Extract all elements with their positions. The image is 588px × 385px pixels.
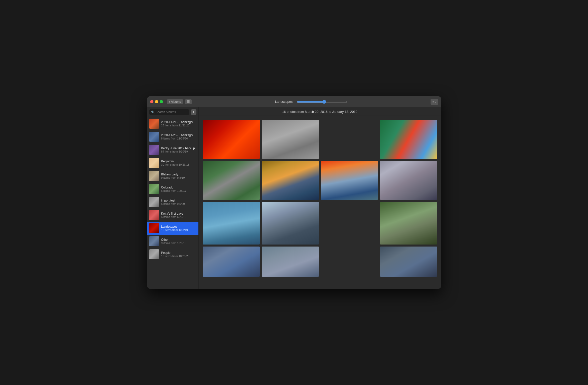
search-bar: 🔍 + bbox=[147, 107, 198, 117]
album-title: Landscapes bbox=[275, 100, 292, 104]
album-name: People bbox=[161, 251, 190, 255]
album-meta: 5 items from 6/20/19 bbox=[161, 215, 186, 218]
photo-thumbnail bbox=[380, 120, 437, 159]
photo-thumbnail bbox=[203, 247, 260, 277]
album-thumbnail bbox=[149, 249, 159, 259]
back-button[interactable]: ‹ Albums bbox=[167, 99, 183, 104]
sidebar-item-benjamin[interactable]: Benjamin 30 items from 10/26/18 bbox=[147, 156, 198, 169]
photo-thumbnail bbox=[262, 202, 319, 245]
sidebar-item-import[interactable]: import test 5 items from 9/5/20 bbox=[147, 196, 198, 209]
traffic-lights bbox=[150, 100, 163, 103]
album-name: Colorado bbox=[161, 186, 186, 189]
minimize-button[interactable] bbox=[155, 100, 158, 103]
sidebar-item-landscapes[interactable]: Landscapes 16 items from 1/13/19 bbox=[147, 222, 198, 235]
sort-icon: ≡↓ bbox=[432, 100, 436, 104]
sidebar-item-becky[interactable]: Becky June 2019 backup 84 items from 3/1… bbox=[147, 143, 198, 156]
photo-thumbnail bbox=[262, 247, 319, 277]
photo-spacer bbox=[321, 120, 378, 159]
photo-item[interactable] bbox=[380, 161, 437, 200]
photo-thumbnail bbox=[203, 161, 260, 200]
menu-icon: ☰ bbox=[187, 100, 190, 104]
photo-spacer bbox=[321, 247, 378, 277]
add-album-button[interactable]: + bbox=[191, 109, 196, 115]
album-thumbnail bbox=[149, 236, 159, 246]
album-info: Benjamin 30 items from 10/26/18 bbox=[161, 160, 190, 166]
album-meta: 26 items from 11/21/20 bbox=[161, 124, 196, 127]
album-thumbnail bbox=[149, 223, 159, 233]
album-info: import test 5 items from 9/5/20 bbox=[161, 199, 185, 205]
album-name: Blake's party bbox=[161, 173, 185, 176]
photo-item[interactable] bbox=[262, 161, 319, 200]
album-thumbnail bbox=[149, 184, 159, 194]
album-info: 2020-11-25 - Thanksgiving with... 8 item… bbox=[161, 133, 196, 140]
album-info: Becky June 2019 backup 84 items from 3/1… bbox=[161, 147, 195, 153]
sidebar-item-colorado[interactable]: Colorado 6 items from 7/28/17 bbox=[147, 182, 198, 196]
photo-thumbnail bbox=[380, 161, 437, 200]
photo-item[interactable] bbox=[203, 202, 260, 245]
search-input[interactable] bbox=[156, 110, 187, 114]
content-area: 🔍 + 2020-11-21 - Thanksgiving with... 26… bbox=[147, 107, 441, 289]
album-info: Keira's first days 5 items from 6/20/19 bbox=[161, 212, 186, 218]
photo-grid bbox=[199, 116, 441, 289]
main-window: ‹ Albums ☰ Landscapes ≡↓ 🔍 + bbox=[147, 96, 441, 289]
album-meta: 84 items from 3/10/19 bbox=[161, 150, 195, 153]
album-meta: 9 items from 9/8/19 bbox=[161, 176, 185, 179]
sidebar-item-keira[interactable]: Keira's first days 5 items from 6/20/19 bbox=[147, 209, 198, 222]
album-info: Other 9 items from 1/26/19 bbox=[161, 238, 186, 245]
menu-button[interactable]: ☰ bbox=[185, 99, 192, 104]
photo-item[interactable] bbox=[262, 247, 319, 277]
sidebar-item-blake[interactable]: Blake's party 9 items from 9/8/19 bbox=[147, 169, 198, 182]
album-info: Blake's party 9 items from 9/8/19 bbox=[161, 173, 185, 179]
photo-item[interactable] bbox=[262, 120, 319, 159]
photo-thumbnail bbox=[380, 247, 437, 277]
photo-item[interactable] bbox=[380, 120, 437, 159]
photo-item[interactable] bbox=[380, 202, 437, 245]
photo-item[interactable] bbox=[203, 247, 260, 277]
chevron-left-icon: ‹ bbox=[169, 100, 170, 104]
photo-item[interactable] bbox=[203, 161, 260, 200]
photo-thumbnail bbox=[380, 202, 437, 245]
titlebar: ‹ Albums ☰ Landscapes ≡↓ bbox=[147, 96, 441, 107]
photo-thumbnail bbox=[203, 202, 260, 245]
album-name: Keira's first days bbox=[161, 212, 186, 215]
album-thumbnail bbox=[149, 158, 159, 168]
album-name: Becky June 2019 backup bbox=[161, 147, 195, 150]
album-info: People 13 items from 10/25/20 bbox=[161, 251, 190, 258]
photo-thumbnail bbox=[262, 161, 319, 200]
photo-item[interactable] bbox=[203, 120, 260, 159]
album-meta: 30 items from 10/26/18 bbox=[161, 163, 190, 166]
photo-thumbnail bbox=[321, 161, 378, 200]
search-icon: 🔍 bbox=[151, 111, 155, 114]
size-slider[interactable] bbox=[297, 100, 347, 104]
sidebar-item-people[interactable]: People 13 items from 10/25/20 bbox=[147, 248, 198, 261]
album-thumbnail bbox=[149, 210, 159, 220]
maximize-button[interactable] bbox=[160, 100, 163, 103]
sidebar: 🔍 + 2020-11-21 - Thanksgiving with... 26… bbox=[147, 107, 199, 289]
sidebar-item-thanksgiving1[interactable]: 2020-11-21 - Thanksgiving with... 26 ite… bbox=[147, 117, 198, 130]
album-meta: 16 items from 1/13/19 bbox=[161, 228, 188, 231]
album-meta: 5 items from 9/5/20 bbox=[161, 202, 185, 205]
photo-item[interactable] bbox=[321, 161, 378, 200]
album-info: Landscapes 16 items from 1/13/19 bbox=[161, 225, 188, 231]
main-area: 16 photos from March 20, 2016 to January… bbox=[199, 107, 441, 289]
search-input-wrap[interactable]: 🔍 bbox=[149, 109, 189, 115]
album-meta: 13 items from 10/25/20 bbox=[161, 255, 190, 258]
photo-count-header: 16 photos from March 20, 2016 to January… bbox=[199, 107, 441, 116]
close-button[interactable] bbox=[150, 100, 153, 103]
photo-item[interactable] bbox=[262, 202, 319, 245]
sidebar-item-other[interactable]: Other 9 items from 1/26/19 bbox=[147, 235, 198, 248]
photo-item[interactable] bbox=[380, 247, 437, 277]
album-meta: 8 items from 11/25/20 bbox=[161, 137, 196, 140]
album-thumbnail bbox=[149, 132, 159, 142]
sidebar-item-thanksgiving2[interactable]: 2020-11-25 - Thanksgiving with... 8 item… bbox=[147, 130, 198, 143]
album-thumbnail bbox=[149, 197, 159, 207]
album-name: import test bbox=[161, 199, 185, 202]
sort-button[interactable]: ≡↓ bbox=[431, 99, 438, 105]
album-list: 2020-11-21 - Thanksgiving with... 26 ite… bbox=[147, 117, 198, 289]
album-name: 2020-11-25 - Thanksgiving with... bbox=[161, 133, 196, 137]
back-label: Albums bbox=[171, 100, 181, 104]
album-name: 2020-11-21 - Thanksgiving with... bbox=[161, 120, 196, 124]
album-info: 2020-11-21 - Thanksgiving with... 26 ite… bbox=[161, 120, 196, 127]
album-meta: 6 items from 7/28/17 bbox=[161, 189, 186, 192]
album-name: Benjamin bbox=[161, 160, 190, 163]
